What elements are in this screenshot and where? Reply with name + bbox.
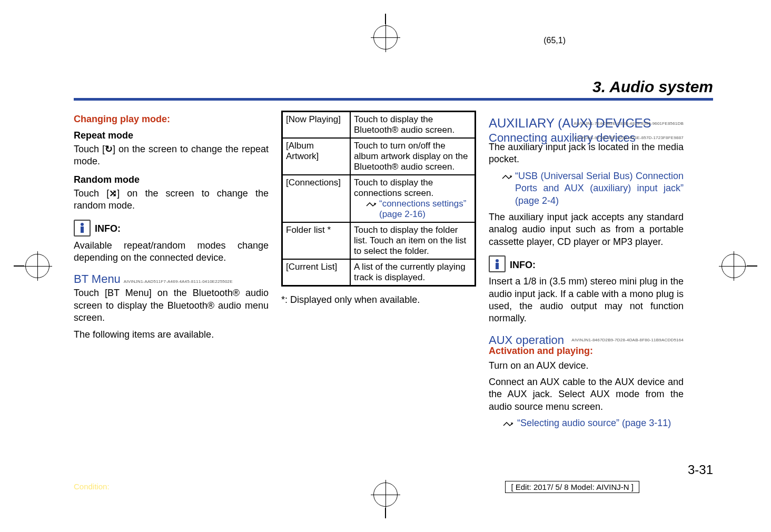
activation-body-1: Turn on an AUX device. — [489, 360, 684, 372]
edit-info-box: [ Edit: 2017/ 5/ 8 Model: AIVINJ-N ] — [505, 481, 639, 493]
table-key: [Now Playing] — [282, 112, 351, 139]
column-1: Changing play mode: Repeat mode Touch [↻… — [74, 111, 269, 433]
bt-menu-id: AIVINJN1-AAD511F7-A469-4A45-8111-0410E22… — [124, 279, 233, 284]
heading-changing-play-mode: Changing play mode: — [74, 114, 269, 125]
cross-reference-link: “USB (Universal Serial Bus) Connection P… — [515, 170, 684, 207]
table-key: [Current List] — [282, 259, 351, 286]
cross-reference-link: “Selecting audio source” (page 3-11) — [517, 417, 671, 429]
connecting-body-2: The auxiliary input jack accepts any sta… — [489, 211, 684, 248]
connecting-body-1: The auxiliary input jack is located in t… — [489, 141, 684, 166]
header-rule — [74, 98, 713, 101]
table-key: [Album Artwork] — [282, 138, 351, 175]
sheet-number: (65,1) — [543, 36, 566, 45]
info-body: Insert a 1/8 in (3.5 mm) stereo mini plu… — [489, 275, 684, 325]
table-value: Touch to display the connections screen.… — [350, 175, 476, 222]
reference-icon — [501, 170, 513, 207]
table-footnote: *: Displayed only when available. — [281, 294, 476, 306]
page-number: 3-31 — [688, 462, 713, 477]
heading-bt-menu: BT Menu — [74, 272, 121, 286]
info-icon — [74, 220, 91, 237]
heading-activation: Activation and playing: — [489, 346, 684, 357]
table-value: Touch to display the Bluetooth® audio sc… — [350, 112, 476, 139]
table-value: A list of the currently playing track is… — [350, 259, 476, 286]
column-3: AUXILIARY (AUX) DEVICES AIVINJN1-7E4C982… — [489, 111, 684, 433]
repeat-mode-body: Touch [↻] on the screen to change the re… — [74, 143, 269, 168]
table-row: [Album Artwork] Touch to turn on/off the… — [282, 138, 476, 175]
info-icon — [489, 255, 506, 272]
aux-operation-id: AIVINJN1-8467D2B9-7D28-4DAB-8F80-11B9ACD… — [489, 338, 684, 342]
heading-repeat-mode: Repeat mode — [74, 130, 269, 141]
chapter-title: 3. Audio system — [74, 78, 713, 98]
condition-label: Condition: — [74, 482, 110, 491]
table-row: [Current List] A list of the currently p… — [282, 259, 476, 286]
bt-menu-body-1: Touch [BT Menu] on the Bluetooth® audio … — [74, 287, 269, 324]
shuffle-icon: ⤮ — [109, 188, 117, 200]
repeat-icon: ↻ — [105, 143, 113, 155]
info-body: Available repeat/random modes change dep… — [74, 240, 269, 264]
info-callout: INFO: — [74, 220, 269, 237]
random-mode-body: Touch [⤮] on the screen to change the ra… — [74, 188, 269, 212]
info-label: INFO: — [95, 223, 121, 234]
cross-reference-link: “connections settings” (page 2-16) — [379, 199, 471, 220]
table-key: Folder list * — [282, 222, 351, 259]
info-callout: INFO: — [489, 255, 684, 272]
table-row: Folder list * Touch to display the folde… — [282, 222, 476, 259]
bt-menu-table: [Now Playing] Touch to display the Bluet… — [281, 111, 476, 287]
table-value: Touch to turn on/off the album artwork d… — [350, 138, 476, 175]
info-label: INFO: — [510, 260, 536, 271]
reference-icon — [365, 199, 377, 220]
connecting-aux-id: AIVINJN1-9776C08E-803B-4D3E-857D-1723F8F… — [489, 135, 684, 140]
table-row: [Now Playing] Touch to display the Bluet… — [282, 112, 476, 139]
reference-icon — [501, 417, 515, 429]
column-2: [Now Playing] Touch to display the Bluet… — [281, 111, 476, 433]
table-value: Touch to display the folder list. Touch … — [350, 222, 476, 259]
aux-devices-id: AIVINJN1-7E4C982E-CE83-4819-8396-9601FE8… — [489, 121, 684, 126]
activation-body-2: Connect an AUX cable to the AUX device a… — [489, 376, 684, 413]
bt-menu-body-2: The following items are available. — [74, 329, 269, 341]
heading-random-mode: Random mode — [74, 174, 269, 185]
table-key: [Connections] — [282, 175, 351, 222]
table-row: [Connections] Touch to display the conne… — [282, 175, 476, 222]
